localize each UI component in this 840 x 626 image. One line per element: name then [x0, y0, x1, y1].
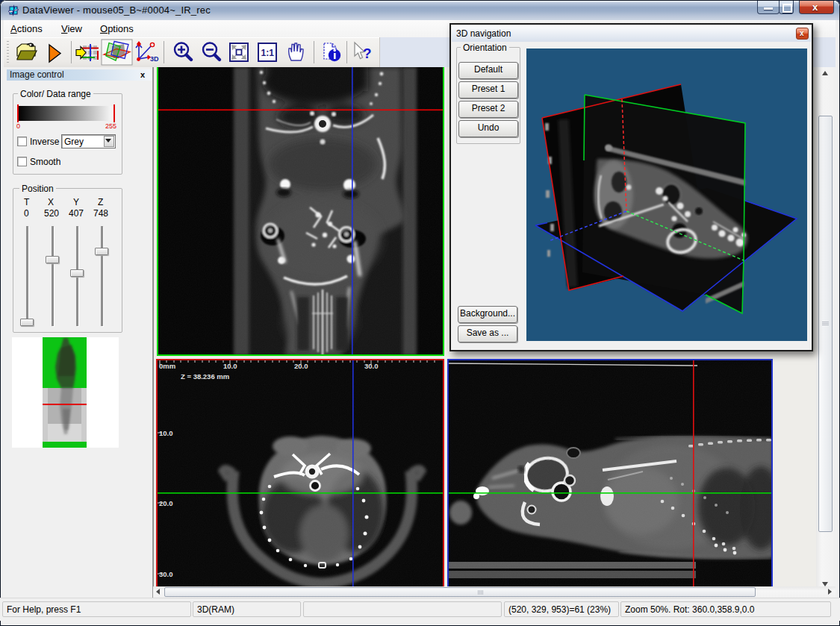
- svg-text:1:1: 1:1: [261, 48, 275, 58]
- svg-text:0mm: 0mm: [159, 362, 175, 370]
- svg-text:?: ?: [363, 46, 372, 61]
- svg-text:Z = 38.236 mm: Z = 38.236 mm: [181, 372, 229, 381]
- svg-text:3D: 3D: [150, 55, 159, 63]
